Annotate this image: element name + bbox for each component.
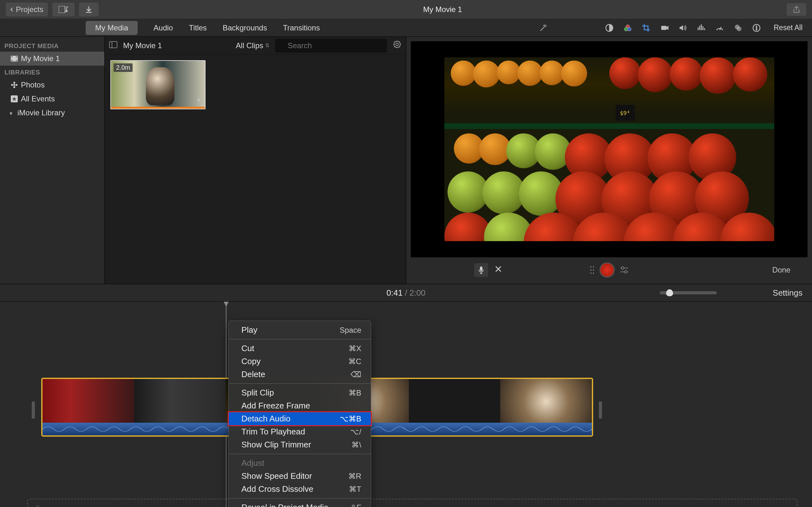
menu-item-show-speed-editor[interactable]: Show Speed Editor⌘R: [229, 469, 371, 483]
menu-item-label: Show Speed Editor: [241, 471, 312, 481]
viewer-controls: Done: [411, 261, 808, 279]
add-clip-icon[interactable]: +: [196, 95, 201, 105]
sidebar-item-label: My Movie 1: [21, 54, 60, 63]
menu-item-detach-audio[interactable]: Detach Audio⌥⌘B: [229, 412, 371, 425]
menu-item-add-freeze-frame[interactable]: Add Freeze Frame: [229, 399, 371, 412]
svg-point-19: [13, 86, 15, 88]
browser-header: My Movie 1 All Clips ⇅ 🔍: [105, 37, 406, 55]
star-icon: [11, 95, 18, 102]
zoom-slider-thumb[interactable]: [666, 289, 673, 296]
theater-button[interactable]: [52, 3, 74, 16]
svg-rect-16: [16, 60, 17, 61]
sidebar-item-all-events[interactable]: All Events: [0, 92, 104, 106]
zoom-slider[interactable]: [660, 291, 717, 294]
projects-back-button[interactable]: Projects: [6, 3, 48, 16]
share-button[interactable]: [786, 3, 806, 16]
menu-item-shortcut: ⌘C: [348, 357, 361, 366]
total-time: 2:00: [409, 288, 426, 297]
cancel-cross-button[interactable]: [495, 265, 502, 275]
clip-handle-right[interactable]: [599, 401, 602, 418]
sidebar-item-imovie-library[interactable]: iMovie Library: [0, 106, 104, 120]
menu-item-label: Cut: [241, 343, 254, 353]
menu-item-add-cross-dissolve[interactable]: Add Cross Dissolve⌘T: [229, 483, 371, 496]
tab-transitions[interactable]: Transitions: [283, 21, 320, 35]
menu-item-adjust: Adjust: [229, 457, 371, 469]
menu-item-copy[interactable]: Copy⌘C: [229, 355, 371, 368]
svg-rect-11: [756, 27, 757, 30]
menu-item-reveal-in-project-media[interactable]: Reveal in Project Media⇧F: [229, 501, 371, 507]
color-correction-icon[interactable]: [623, 23, 632, 32]
svg-rect-0: [59, 6, 65, 13]
clip-duration-badge: 2.0m: [113, 63, 133, 72]
color-balance-icon[interactable]: [605, 23, 614, 32]
menu-item-label: Play: [241, 325, 258, 335]
updown-chevron-icon: ⇅: [265, 43, 269, 49]
timeline-settings-button[interactable]: Settings: [773, 288, 803, 298]
speed-icon[interactable]: [715, 23, 724, 32]
stabilization-icon[interactable]: [660, 23, 669, 32]
info-icon[interactable]: [752, 23, 761, 32]
volume-icon[interactable]: [678, 23, 687, 32]
menu-item-split-clip[interactable]: Split Clip⌘B: [229, 386, 371, 399]
media-tab-group: My Media: [86, 21, 138, 35]
search-field-wrap: 🔍: [275, 39, 387, 53]
gear-icon[interactable]: [393, 40, 402, 51]
reset-all-button[interactable]: Reset All: [774, 23, 803, 32]
done-button[interactable]: Done: [772, 266, 791, 274]
sliders-icon[interactable]: [620, 267, 629, 274]
menu-item-trim-to-playhead[interactable]: Trim To Playhead⌥/: [229, 425, 371, 438]
menu-item-shortcut: ⌘X: [349, 344, 361, 353]
svg-rect-15: [16, 56, 17, 57]
browser-title: My Movie 1: [123, 41, 162, 50]
tab-backgrounds[interactable]: Backgrounds: [223, 21, 267, 35]
record-button[interactable]: [600, 262, 615, 278]
sidebar-item-label: All Events: [21, 95, 55, 103]
svg-point-8: [737, 26, 741, 31]
clip-thumbnail[interactable]: 2.0m +: [110, 60, 206, 109]
menu-item-label: Adjust: [241, 458, 264, 468]
time-display: 0:41 / 2:00: [387, 288, 426, 298]
panel-toggle-icon[interactable]: [109, 41, 117, 50]
voiceover-mic-button[interactable]: [474, 263, 488, 277]
menu-item-show-clip-trimmer[interactable]: Show Clip Trimmer⌘\: [229, 438, 371, 451]
menu-item-cut[interactable]: Cut⌘X: [229, 342, 371, 355]
crop-icon[interactable]: [642, 23, 651, 32]
sidebar-item-photos[interactable]: Photos: [0, 78, 104, 92]
noise-eq-icon[interactable]: [697, 23, 706, 32]
clip-filter-dropdown[interactable]: All Clips ⇅: [236, 41, 269, 50]
clip-handle-left[interactable]: [32, 401, 35, 418]
overlay-icon[interactable]: [734, 23, 743, 32]
svg-point-35: [624, 271, 627, 273]
menu-item-delete[interactable]: Delete⌫: [229, 368, 371, 381]
svg-point-21: [15, 84, 17, 86]
tab-titles[interactable]: Titles: [189, 21, 206, 35]
timeline-area[interactable]: ♫ PlaySpaceCut⌘XCopy⌘CDelete⌫Split Clip⌘…: [0, 302, 812, 507]
menu-item-shortcut: ⌘B: [349, 389, 361, 397]
drag-handle-icon[interactable]: [590, 266, 595, 274]
audio-drop-zone[interactable]: ♫: [27, 499, 798, 507]
top-left-controls: Projects: [6, 3, 99, 16]
menu-item-play[interactable]: PlaySpace: [229, 324, 371, 337]
svg-point-34: [621, 267, 624, 269]
sidebar-item-my-movie[interactable]: My Movie 1: [0, 52, 104, 66]
svg-point-32: [590, 273, 592, 274]
tab-audio[interactable]: Audio: [154, 21, 173, 35]
svg-rect-14: [11, 60, 13, 61]
svg-point-28: [590, 266, 592, 268]
sidebar-item-label: iMovie Library: [17, 108, 65, 117]
import-button[interactable]: [79, 3, 99, 16]
tab-my-media[interactable]: My Media: [86, 21, 138, 35]
media-browser: My Movie 1 All Clips ⇅ 🔍 2.0m +: [105, 37, 406, 284]
enhance-wand-icon[interactable]: [539, 23, 548, 32]
sidebar-item-label: Photos: [21, 80, 45, 89]
disclosure-triangle-icon[interactable]: [9, 108, 14, 117]
svg-rect-23: [109, 42, 117, 48]
svg-point-5: [627, 27, 631, 31]
mic-icon: [478, 266, 484, 274]
preview-viewer[interactable]: $9⁴: [411, 41, 808, 257]
download-arrow-icon: [85, 6, 92, 13]
viewer-panel: $9⁴: [406, 37, 812, 284]
menu-item-shortcut: Space: [340, 326, 361, 335]
menu-separator: [229, 339, 371, 339]
search-input[interactable]: [275, 39, 387, 53]
